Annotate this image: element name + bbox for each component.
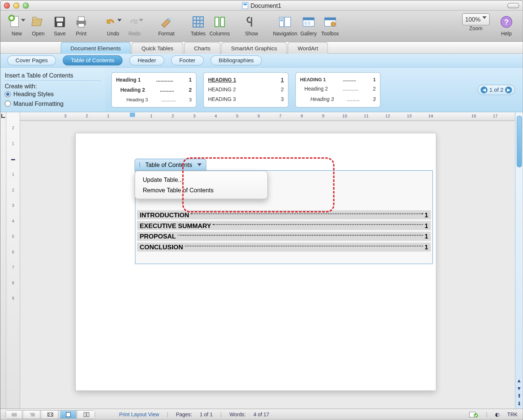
columns-button[interactable]: Columns bbox=[209, 13, 230, 37]
trk-label[interactable]: TRK bbox=[507, 411, 518, 417]
navigation-button[interactable]: Navigation bbox=[273, 13, 297, 37]
zoom-control[interactable]: 100% Zoom bbox=[457, 13, 495, 31]
titlebar: Document1 bbox=[0, 0, 523, 11]
chevron-down-icon bbox=[482, 16, 487, 19]
svg-rect-3 bbox=[10, 17, 13, 19]
toc-thumb-1[interactable]: Heading 1............1 Heading 2........… bbox=[111, 72, 196, 107]
scrollbar-thumb[interactable] bbox=[517, 116, 522, 167]
tab-stop-icon bbox=[1, 113, 6, 119]
scroll-down-icon[interactable]: ▼ bbox=[516, 385, 523, 391]
statusbar: Print Layout View | Pages: 1 of 1 | Word… bbox=[0, 408, 523, 420]
spell-check-icon[interactable] bbox=[469, 411, 478, 418]
words-label: Words: bbox=[229, 411, 246, 417]
pill-bibliographies[interactable]: Bibliographies bbox=[210, 56, 262, 66]
svg-rect-6 bbox=[57, 23, 62, 26]
gallery-button[interactable]: Gallery bbox=[298, 13, 319, 37]
svg-rect-37 bbox=[66, 412, 70, 417]
main-toolbar: New Open Save Print Undo Redo Format bbox=[0, 11, 523, 42]
track-changes-icon[interactable]: ◐ bbox=[495, 411, 500, 417]
show-button[interactable]: Show bbox=[241, 13, 262, 37]
menu-remove-toc[interactable]: Remove Table of Contents bbox=[135, 185, 267, 195]
view-publishing-button[interactable] bbox=[42, 410, 58, 418]
columns-label: Columns bbox=[209, 31, 230, 37]
view-print-layout-button[interactable] bbox=[60, 410, 77, 418]
toc-field-tab[interactable]: Table of Contents bbox=[134, 159, 206, 171]
open-button[interactable]: Open bbox=[28, 13, 48, 37]
tab-selector[interactable] bbox=[0, 112, 6, 408]
toc-entry[interactable]: CONCLUSION1 bbox=[137, 243, 431, 252]
gallery-label: Gallery bbox=[300, 31, 317, 37]
tables-button[interactable]: Tables bbox=[188, 13, 208, 37]
toc-thumb-3[interactable]: HEADING 1..........1 Heading 2..........… bbox=[295, 72, 380, 107]
window-traffic-lights bbox=[4, 2, 29, 8]
tab-wordart[interactable]: WordArt bbox=[288, 42, 328, 54]
view-notebook-button[interactable] bbox=[78, 410, 95, 418]
tables-label: Tables bbox=[191, 31, 206, 37]
page-canvas[interactable]: 3211234567891011121314161718 Table of Co… bbox=[20, 112, 515, 408]
svg-rect-8 bbox=[78, 17, 84, 21]
insert-toc-header: Insert a Table of Contents bbox=[5, 70, 101, 81]
close-window-icon[interactable] bbox=[4, 2, 10, 8]
chevron-down-icon[interactable] bbox=[197, 164, 202, 166]
vertical-scrollbar[interactable]: ▲ ▼ ⬆ ⬇ bbox=[515, 112, 523, 408]
pill-header[interactable]: Header bbox=[130, 56, 164, 66]
save-button[interactable]: Save bbox=[50, 13, 70, 37]
toolbar-toggle-lozenge[interactable] bbox=[507, 3, 519, 8]
svg-rect-19 bbox=[280, 19, 283, 19]
new-button[interactable]: New bbox=[6, 13, 27, 37]
next-page-icon[interactable]: ⬇ bbox=[516, 401, 523, 407]
toolbox-button[interactable]: Toolbox bbox=[320, 13, 340, 37]
svg-rect-23 bbox=[304, 22, 307, 25]
undo-button[interactable]: Undo bbox=[103, 13, 123, 37]
help-button[interactable]: ? Help bbox=[496, 13, 517, 37]
undo-label: Undo bbox=[107, 31, 119, 37]
tab-quick-tables[interactable]: Quick Tables bbox=[131, 42, 183, 54]
pager-prev-icon[interactable]: ◀ bbox=[481, 86, 488, 93]
prev-page-icon[interactable]: ⬆ bbox=[516, 393, 523, 399]
tab-document-elements[interactable]: Document Elements bbox=[61, 42, 131, 54]
view-draft-button[interactable] bbox=[6, 410, 22, 418]
create-with-label: Create with: bbox=[5, 81, 101, 89]
toc-entry[interactable]: PROPOSAL1 bbox=[137, 232, 431, 241]
print-button[interactable]: Print bbox=[71, 13, 91, 37]
toc-entry[interactable]: INTRODUCTION1 bbox=[137, 210, 431, 219]
pill-table-of-contents[interactable]: Table of Contents bbox=[63, 56, 123, 66]
toc-entry[interactable]: EXECUTIVE SUMMARY1 bbox=[137, 221, 431, 230]
show-label: Show bbox=[245, 31, 258, 37]
minimize-window-icon[interactable] bbox=[13, 2, 19, 8]
svg-rect-24 bbox=[308, 22, 310, 25]
radio-manual-formatting[interactable]: Manual Formatting bbox=[5, 99, 101, 108]
radio-heading-styles[interactable]: Heading Styles bbox=[5, 89, 101, 99]
view-mode-buttons bbox=[6, 410, 95, 419]
pages-value: 1 of 1 bbox=[200, 411, 213, 417]
pill-cover-pages[interactable]: Cover Pages bbox=[7, 56, 56, 66]
menu-update-table[interactable]: Update Table... bbox=[135, 175, 267, 185]
format-button[interactable]: Format bbox=[156, 13, 177, 37]
grip-icon bbox=[139, 162, 142, 167]
svg-rect-26 bbox=[324, 18, 336, 20]
pill-footer[interactable]: Footer bbox=[171, 56, 203, 66]
redo-button[interactable]: Redo bbox=[124, 13, 145, 37]
svg-rect-38 bbox=[84, 412, 86, 417]
toc-field[interactable]: Table of Contents Update Table... Remove… bbox=[135, 170, 433, 264]
elements-row: Insert a Table of Contents Create with: … bbox=[0, 67, 523, 112]
page[interactable]: Table of Contents Update Table... Remove… bbox=[75, 133, 436, 391]
help-label: Help bbox=[501, 31, 511, 37]
words-value: 4 of 17 bbox=[253, 411, 269, 417]
scroll-up-icon[interactable]: ▲ bbox=[516, 378, 523, 383]
sub-ribbon: Cover Pages Table of Contents Header Foo… bbox=[0, 54, 523, 67]
tab-charts[interactable]: Charts bbox=[184, 42, 220, 54]
view-outline-button[interactable] bbox=[24, 410, 41, 418]
pager-next-icon[interactable]: ▶ bbox=[505, 86, 512, 93]
thumbnail-pager[interactable]: ◀ 1 of 2 ▶ bbox=[478, 85, 515, 95]
format-label: Format bbox=[158, 31, 175, 37]
zoom-window-icon[interactable] bbox=[23, 2, 29, 8]
document-icon bbox=[242, 2, 248, 9]
radio-heading-styles-label: Heading Styles bbox=[13, 91, 54, 97]
tab-smartart[interactable]: SmartArt Graphics bbox=[221, 42, 287, 54]
zoom-label: Zoom bbox=[469, 25, 482, 31]
pages-label: Pages: bbox=[176, 411, 192, 417]
navigation-label: Navigation bbox=[273, 31, 297, 37]
redo-label: Redo bbox=[129, 31, 141, 37]
toc-thumb-2[interactable]: HEADING 11 HEADING 22 HEADING 33 bbox=[203, 72, 288, 107]
